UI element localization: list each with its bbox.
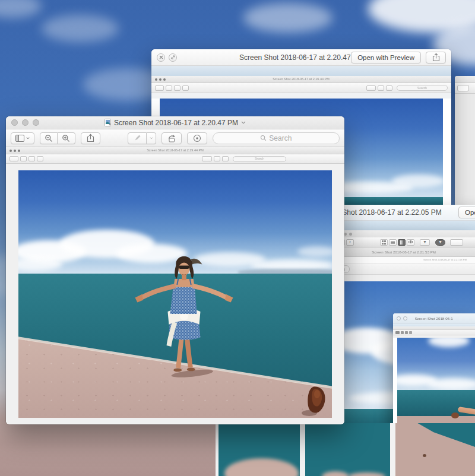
fullscreen-button[interactable]: [169, 53, 177, 62]
cloud: [427, 378, 475, 390]
cloud: [297, 246, 332, 257]
nested-photo-margin: [6, 164, 344, 170]
nested-sidebar-button: [155, 85, 164, 91]
zoom-button[interactable]: [349, 233, 352, 236]
window-photo-fragment: [392, 423, 475, 476]
cloud: [0, 0, 42, 18]
zoom-out-button[interactable]: [40, 132, 58, 144]
quicklook-titlebar[interactable]: Screen Shot 2018-06-17 at 2.20.47 PM Ope…: [151, 49, 451, 66]
nested-titlebar: Screen Shot 2018-06-17 at 2.21.53 PM: [332, 257, 475, 264]
search-input[interactable]: Search: [213, 132, 340, 144]
cloud: [392, 174, 443, 188]
share-button[interactable]: [426, 52, 446, 64]
nested-zoom-out-button: [20, 156, 27, 161]
photo-pier: [349, 472, 385, 476]
group-button[interactable]: ▾: [420, 239, 430, 246]
cloud: [243, 3, 332, 33]
title-menu-chevron-icon[interactable]: [241, 121, 246, 124]
nested-search-field: Search: [233, 156, 286, 162]
search-icon: [260, 135, 267, 141]
nested-rotate-button: [214, 156, 220, 161]
icon-view-button[interactable]: [380, 239, 388, 246]
nested-zoom-out-button: [166, 85, 172, 91]
share-button[interactable]: [450, 239, 463, 246]
quicklook-titlebar[interactable]: Screen Shot 2018-06-1: [393, 313, 475, 323]
share-button[interactable]: [81, 132, 101, 144]
fullscreen-icon: [171, 55, 175, 59]
nested-toolbar-button: [405, 331, 408, 334]
nested-titlebar: Screen Shot 2018-06-17 at 2.16.44 PM: [151, 76, 451, 83]
nested-markup-tools-button: [386, 85, 392, 91]
preview-toolbar: Search: [6, 129, 344, 147]
window-photo-fragment: [216, 423, 302, 476]
nested-toolbar: Search: [151, 83, 451, 93]
photo-pier: [322, 471, 349, 476]
nested-share-button: [182, 85, 189, 91]
nested-titlebar: Screen Shot 2018-06-17 at 2.19.44 PM: [6, 147, 344, 154]
nested-window-title: Screen Shot 2018-06-17 at 2.16.44 PM: [273, 77, 330, 81]
cloud: [42, 15, 119, 42]
gallery-view-button[interactable]: [407, 239, 414, 246]
chevron-down-icon: [150, 137, 153, 139]
nested-toolbar: [332, 264, 475, 275]
open-with-preview-button[interactable]: Open with Preview: [351, 52, 421, 64]
zoom-in-icon: [62, 134, 70, 142]
forward-button[interactable]: ›: [346, 239, 354, 246]
zoom-button[interactable]: [33, 119, 39, 126]
window-quicklook-small: Screen Shot 2018-06-1: [393, 313, 475, 427]
nested-toolbar-button: [395, 331, 400, 334]
photo-pebble: [423, 454, 426, 457]
nested-toolbar: Search: [6, 154, 344, 164]
markup-dropdown-button[interactable]: [147, 132, 156, 144]
window-title: Screen Shot 2018-06-17 at 2.20.47 PM: [114, 119, 238, 127]
screenshot-image: [393, 323, 475, 427]
window-background-cascade: [455, 76, 475, 205]
list-view-button[interactable]: [389, 239, 397, 246]
nested-sidebar-button: [10, 156, 18, 161]
zoom-in-button[interactable]: [58, 132, 75, 144]
nested-toolbar-button: [409, 331, 412, 334]
action-button[interactable]: ▾: [435, 239, 445, 246]
nested-zoom-in-button: [28, 156, 35, 161]
window-titlebar[interactable]: [332, 230, 475, 237]
toolbar-button[interactable]: [457, 85, 469, 91]
nested-photo: [397, 338, 475, 427]
markup-toolbar-button[interactable]: [187, 132, 207, 144]
nested-markup-button: [202, 156, 212, 161]
markup-tools-icon: [193, 134, 201, 142]
photo-woman: [129, 249, 238, 383]
nested-rotate-button: [378, 85, 384, 91]
window-preview-main: Screen Shot 2018-06-17 at 2.20.47 PM: [6, 116, 344, 424]
nested-photo-margin: [151, 93, 451, 99]
photo: [18, 170, 332, 418]
rotate-left-icon: [167, 134, 176, 142]
screenshot-image: Screen Shot 2018-06-17 at 2.19.44 PM Sea…: [6, 147, 344, 418]
sidebar-button[interactable]: [11, 132, 34, 144]
finder-toolbar: ‹ › ▾ ▾: [332, 237, 475, 247]
search-placeholder: Search: [269, 134, 292, 142]
nested-window-title: Screen Shot 2018-06-17 at 2.19.44 PM: [147, 148, 204, 152]
finder-path-title: Screen Shot 2018-06-17 at 2.21.53 PM: [332, 247, 475, 257]
window-titlebar[interactable]: [455, 76, 475, 83]
icon-view-icon: [382, 240, 386, 245]
list-view-icon: [391, 240, 395, 245]
open-with-preview-button[interactable]: Open with Preview: [458, 207, 475, 218]
photo-sea: [395, 423, 475, 447]
nested-markup-button: [366, 85, 376, 91]
nested-share-button: [37, 156, 43, 161]
desktop: Screen Shot 2018-06-17 at 2.20.47 PM Ope…: [0, 0, 475, 476]
column-view-icon: [400, 240, 404, 245]
window-titlebar[interactable]: Screen Shot 2018-06-17 at 2.20.47 PM: [6, 116, 344, 129]
minimize-button[interactable]: [22, 119, 28, 126]
close-icon: [159, 55, 163, 59]
nested-desktop-strip: [151, 66, 451, 76]
sidebar-icon: [15, 135, 24, 142]
document-area: Screen Shot 2018-06-17 at 2.19.44 PM Sea…: [6, 147, 344, 424]
column-view-button[interactable]: [398, 239, 406, 246]
markup-button[interactable]: [128, 132, 147, 144]
close-button[interactable]: [11, 119, 18, 126]
rotate-left-button[interactable]: [162, 132, 182, 144]
window-photo-fragment: [302, 423, 392, 476]
close-button[interactable]: [157, 53, 165, 62]
document-icon: [104, 119, 111, 126]
